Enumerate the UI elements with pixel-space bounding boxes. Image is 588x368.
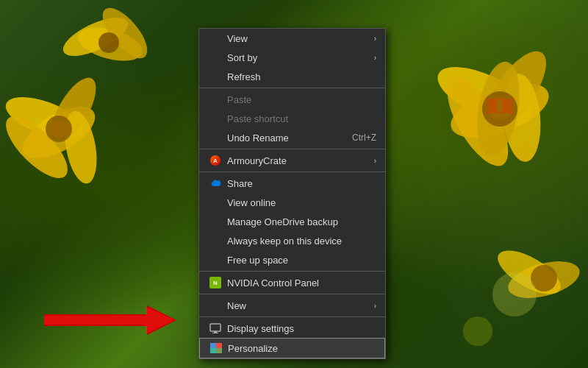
view-online-icon xyxy=(209,197,221,208)
menu-item-undo-rename[interactable]: Undo Rename Ctrl+Z xyxy=(199,128,385,147)
menu-item-nvidia[interactable]: N NVIDIA Control Panel xyxy=(199,273,385,292)
sort-icon xyxy=(209,52,221,63)
onedrive-icon xyxy=(209,177,221,189)
always-keep-icon xyxy=(209,235,221,247)
view-icon xyxy=(209,32,221,44)
menu-item-view-online[interactable]: View online xyxy=(199,193,385,212)
menu-item-refresh-label: Refresh xyxy=(227,71,261,82)
chevron-right-icon: › xyxy=(374,54,376,62)
menu-item-display-settings[interactable]: Display settings xyxy=(199,319,385,338)
separator-4 xyxy=(199,271,385,272)
manage-onedrive-icon xyxy=(209,216,221,227)
menu-item-free-up-space-label: Free up space xyxy=(227,255,288,266)
free-up-space-icon xyxy=(209,254,221,266)
menu-item-view-online-label: View online xyxy=(227,197,276,208)
paste-icon xyxy=(209,93,221,105)
menu-item-sort-by[interactable]: Sort by › xyxy=(199,48,385,67)
menu-item-paste-shortcut-label: Paste shortcut xyxy=(227,113,288,124)
menu-item-view[interactable]: View › xyxy=(199,29,385,48)
personalize-icon xyxy=(210,342,222,354)
menu-item-nvidia-label: NVIDIA Control Panel xyxy=(227,277,319,289)
svg-point-10 xyxy=(98,32,119,53)
nvidia-icon: N xyxy=(209,277,221,289)
separator-2 xyxy=(199,149,385,149)
menu-item-manage-onedrive[interactable]: Manage OneDrive backup xyxy=(199,212,385,231)
svg-point-22 xyxy=(492,272,537,316)
menu-item-paste-shortcut[interactable]: Paste shortcut xyxy=(199,109,385,128)
new-icon xyxy=(209,300,221,311)
svg-rect-25 xyxy=(214,331,217,333)
separator-6 xyxy=(199,316,385,317)
menu-item-always-keep-label: Always keep on this device xyxy=(227,236,342,247)
menu-item-armourycrate[interactable]: A ArmouryCrate › xyxy=(199,151,385,170)
chevron-right-icon: › xyxy=(374,157,376,165)
menu-item-always-keep[interactable]: Always keep on this device xyxy=(199,231,385,250)
menu-item-sort-by-label: Sort by xyxy=(227,52,257,63)
undo-icon xyxy=(209,132,221,144)
separator-3 xyxy=(199,171,385,172)
svg-rect-26 xyxy=(212,333,218,333)
arrow-indicator xyxy=(44,305,176,337)
chevron-right-icon: › xyxy=(374,35,376,43)
menu-item-new[interactable]: New › xyxy=(199,296,385,315)
menu-item-display-settings-label: Display settings xyxy=(227,323,294,334)
svg-point-23 xyxy=(463,316,492,346)
refresh-icon xyxy=(209,71,221,82)
menu-item-free-up-space[interactable]: Free up space xyxy=(199,250,385,269)
undo-rename-shortcut: Ctrl+Z xyxy=(352,132,376,143)
chevron-right-icon: › xyxy=(374,302,376,310)
svg-point-6 xyxy=(50,120,68,138)
menu-item-manage-onedrive-label: Manage OneDrive backup xyxy=(227,216,338,227)
menu-item-undo-rename-label: Undo Rename xyxy=(227,132,289,144)
menu-item-personalize-label: Personalize xyxy=(228,343,278,354)
menu-item-new-label: New xyxy=(227,300,246,311)
paste-shortcut-icon xyxy=(209,113,221,124)
armourycrate-icon: A xyxy=(209,155,221,166)
context-menu: View › Sort by › Refresh Paste Paste sho… xyxy=(198,28,386,359)
menu-item-armourycrate-label: ArmouryCrate xyxy=(227,155,287,166)
menu-item-paste[interactable]: Paste xyxy=(199,90,385,109)
display-settings-icon xyxy=(209,322,221,334)
menu-item-personalize[interactable]: Personalize xyxy=(199,338,385,358)
svg-rect-29 xyxy=(210,348,222,353)
arrow-svg xyxy=(44,305,176,335)
menu-item-view-label: View xyxy=(227,33,248,44)
menu-item-refresh[interactable]: Refresh xyxy=(199,67,385,86)
menu-item-share-label: Share xyxy=(227,178,253,189)
separator-5 xyxy=(199,294,385,294)
menu-item-share[interactable]: Share xyxy=(199,174,385,193)
menu-item-paste-label: Paste xyxy=(227,94,251,105)
separator-1 xyxy=(199,88,385,88)
svg-rect-24 xyxy=(210,324,220,331)
